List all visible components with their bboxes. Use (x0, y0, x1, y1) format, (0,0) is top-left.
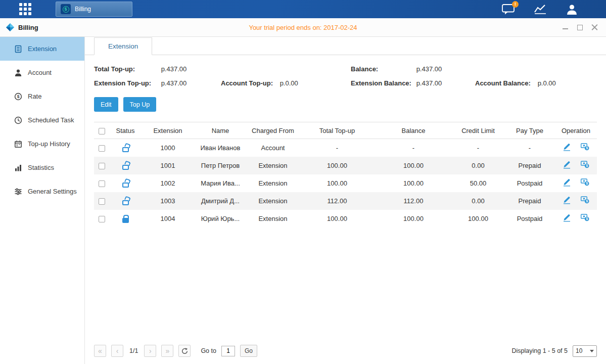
table-row[interactable]: 1003 Дмитрий Д... Extension 112.00 112.0… (94, 192, 597, 210)
svg-text:$: $ (586, 181, 588, 186)
edit-row-icon[interactable] (563, 143, 571, 151)
table-row[interactable]: 1002 Мария Ива... Extension 100.00 100.0… (94, 174, 597, 192)
notification-badge: ! (512, 1, 519, 8)
svg-text:$: $ (586, 199, 588, 203)
row-checkbox[interactable] (99, 145, 105, 152)
cell-charged-from: Extension (247, 174, 299, 192)
sidebar-item-scheduled-task[interactable]: Scheduled Task (0, 108, 84, 132)
balance-field: Balance: p.437.00 (351, 65, 475, 73)
minimize-icon[interactable] (562, 24, 569, 31)
account-topup-value: p.0.00 (280, 79, 298, 87)
cell-credit-limit: - (452, 139, 504, 157)
table-row[interactable]: 1001 Петр Петров Extension 100.00 100.00… (94, 157, 597, 174)
account-topup-label: Account Top-up: (221, 79, 278, 87)
user-account-button[interactable] (566, 4, 578, 15)
page-size-select[interactable]: 10 (573, 345, 597, 357)
header-extension: Extension (142, 122, 194, 139)
status-lock-icon[interactable] (122, 183, 129, 188)
sidebar-item-general-settings[interactable]: General Settings (0, 179, 84, 203)
displaying-text: Displaying 1 - 5 of 5 (512, 347, 568, 354)
extension-balance-label: Extension Balance: (351, 79, 414, 87)
chevron-down-icon (590, 350, 594, 352)
top-up-button[interactable]: Top Up (123, 97, 157, 112)
next-page-button[interactable]: › (144, 345, 156, 357)
refresh-button[interactable] (178, 345, 191, 357)
cell-extension: 1001 (142, 157, 194, 174)
row-checkbox[interactable] (99, 216, 105, 222)
svg-text:$: $ (586, 147, 588, 151)
clock-icon (14, 116, 22, 124)
cell-balance: 100.00 (375, 157, 452, 174)
sidebar-item-statistics[interactable]: Statistics (0, 156, 84, 179)
account-icon (14, 69, 22, 77)
sliders-icon (14, 188, 22, 196)
cell-credit-limit: 100.00 (452, 210, 504, 228)
status-lock-icon[interactable] (122, 147, 129, 152)
edit-row-icon[interactable] (563, 196, 571, 204)
cell-total-topup: 112.00 (299, 192, 375, 210)
status-lock-icon[interactable] (122, 218, 129, 223)
trial-notice: Your trial period ends on: 2017-02-24 (249, 24, 357, 31)
extension-balance-field: Extension Balance: p.437.00 (351, 79, 475, 87)
header-name: Name (194, 122, 247, 139)
cell-charged-from: Extension (247, 192, 299, 210)
extension-topup-label: Extension Top-up: (94, 79, 159, 87)
go-button[interactable]: Go (240, 345, 257, 357)
edit-row-icon[interactable] (563, 214, 571, 222)
cell-pay-type: Prepaid (504, 192, 555, 210)
sidebar-item-label: General Settings (28, 188, 77, 195)
tab-extension[interactable]: Extension (94, 37, 152, 55)
status-lock-icon[interactable] (122, 165, 129, 170)
sidebar-item-rate[interactable]: $ Rate (0, 84, 84, 108)
select-all-checkbox[interactable] (99, 128, 105, 134)
topup-row-icon[interactable]: $ (581, 143, 589, 151)
cell-extension: 1000 (142, 139, 194, 157)
rate-icon: $ (14, 93, 22, 101)
taskbar-billing-tab[interactable]: $ Billing (56, 2, 132, 17)
row-checkbox[interactable] (99, 198, 105, 205)
table-row[interactable]: 1004 Юрий Юрь... Extension 100.00 100.00… (94, 210, 597, 228)
sidebar-item-account[interactable]: Account (0, 61, 84, 84)
dollar-icon: $ (63, 6, 69, 13)
account-balance-label: Account Balance: (475, 79, 536, 87)
last-page-button[interactable]: » (161, 345, 173, 357)
maximize-icon[interactable] (577, 24, 583, 31)
statistics-topbar-button[interactable] (534, 4, 547, 14)
cell-pay-type: Postpaid (504, 174, 555, 192)
header-credit-limit: Credit Limit (452, 122, 504, 139)
goto-label: Go to (201, 347, 216, 354)
balance-summary: Total Top-up: p.437.00 Balance: p.437.00… (94, 65, 597, 87)
row-checkbox[interactable] (99, 180, 105, 187)
topup-row-icon[interactable]: $ (581, 178, 589, 186)
taskbar-tab-label: Billing (75, 6, 91, 13)
header-status: Status (109, 122, 142, 139)
goto-page-input[interactable] (221, 346, 235, 356)
sidebar-item-topup-history[interactable]: Top-up History (0, 132, 84, 156)
first-page-button[interactable]: « (94, 345, 106, 357)
topup-row-icon[interactable]: $ (581, 161, 589, 168)
status-lock-icon[interactable] (122, 200, 129, 205)
cell-balance: 100.00 (375, 210, 452, 228)
cell-balance: 100.00 (375, 174, 452, 192)
edit-row-icon[interactable] (563, 161, 571, 169)
calendar-icon (14, 140, 22, 148)
row-checkbox[interactable] (99, 163, 105, 169)
header-balance: Balance (375, 122, 452, 139)
edit-row-icon[interactable] (563, 178, 571, 187)
bar-chart-icon (14, 164, 22, 172)
sidebar-item-extension[interactable]: Extension (0, 37, 84, 61)
apps-grid-icon[interactable] (19, 3, 31, 15)
chart-icon (534, 4, 547, 14)
cell-balance: 112.00 (375, 192, 452, 210)
table-row[interactable]: 1000 Иван Иванов Account - - - - $ (94, 139, 597, 157)
header-operation: Operation (555, 122, 597, 139)
messages-button[interactable]: ! (502, 4, 515, 15)
topup-row-icon[interactable]: $ (581, 196, 589, 204)
extensions-table: Status Extension Name Charged From Total… (94, 122, 597, 228)
topup-row-icon[interactable]: $ (581, 214, 589, 221)
close-icon[interactable] (591, 24, 598, 31)
prev-page-button[interactable]: ‹ (111, 345, 123, 357)
edit-button[interactable]: Edit (94, 97, 118, 112)
balance-label: Balance: (351, 65, 414, 73)
extension-topup-value: p.437.00 (161, 79, 187, 87)
